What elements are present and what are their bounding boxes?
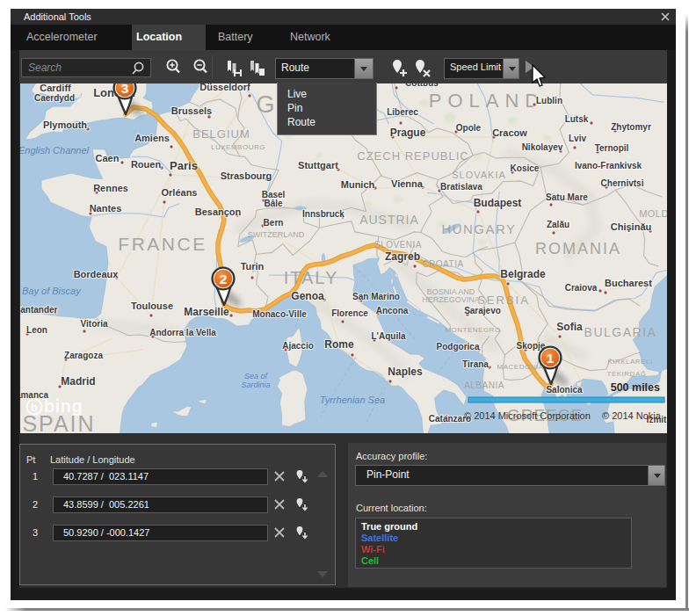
svg-text:Santander: Santander <box>20 305 58 315</box>
svg-text:CZECH REPUBLIC: CZECH REPUBLIC <box>357 149 468 163</box>
svg-text:HUNGARY: HUNGARY <box>441 221 516 236</box>
svg-text:Zalău: Zalău <box>547 220 569 229</box>
svg-text:Besançon: Besançon <box>195 207 242 217</box>
svg-text:Stuttgart: Stuttgart <box>298 160 338 170</box>
svg-text:Craiova: Craiova <box>565 283 598 293</box>
svg-text:Rome: Rome <box>324 338 354 351</box>
svg-text:Belgrade: Belgrade <box>500 268 546 280</box>
svg-text:Madrid: Madrid <box>61 375 95 388</box>
svg-text:Cardiff: Cardiff <box>40 83 71 93</box>
svg-text:English Channel: English Channel <box>20 145 90 156</box>
svg-text:Nikolayev: Nikolayev <box>522 142 563 152</box>
svg-text:Munich: Munich <box>341 179 375 190</box>
svg-text:Zaragoza: Zaragoza <box>64 351 103 360</box>
svg-text:Naples: Naples <box>388 366 423 378</box>
svg-text:Caen: Caen <box>96 153 120 163</box>
svg-text:TEKIRDAĞ: TEKIRDAĞ <box>607 370 647 378</box>
svg-text:Strasbourg: Strasbourg <box>221 170 272 181</box>
svg-text:Skopje: Skopje <box>517 341 546 351</box>
svg-text:Bern: Bern <box>264 218 284 228</box>
svg-text:SLOVAKIA: SLOVAKIA <box>452 170 506 180</box>
svg-text:Genoa: Genoa <box>291 290 324 302</box>
svg-text:San Marino: San Marino <box>352 292 400 301</box>
svg-text:Monaco-Ville: Monaco-Ville <box>252 309 307 319</box>
svg-text:Prague: Prague <box>390 127 426 139</box>
svg-text:1: 1 <box>547 351 555 366</box>
svg-text:Amiens: Amiens <box>134 133 170 143</box>
svg-text:G: G <box>256 91 274 118</box>
svg-text:FRANCE: FRANCE <box>118 234 207 254</box>
svg-text:Satu Mare: Satu Mare <box>546 192 588 202</box>
svg-text:BULGARIA: BULGARIA <box>584 325 657 339</box>
svg-text:SERBIA: SERBIA <box>477 294 530 307</box>
svg-text:Podgorica: Podgorica <box>437 342 480 351</box>
svg-text:3: 3 <box>121 83 129 96</box>
svg-text:Vienna: Vienna <box>391 178 424 189</box>
svg-text:CROATIA: CROATIA <box>422 259 463 269</box>
svg-text:Plymouth: Plymouth <box>43 120 87 130</box>
svg-text:L'Aquila: L'Aquila <box>371 331 405 341</box>
svg-text:Lublin: Lublin <box>536 96 562 105</box>
svg-text:Liberec: Liberec <box>387 107 418 117</box>
svg-text:Andorra la Vella: Andorra la Vella <box>149 328 216 337</box>
svg-text:Sofia: Sofia <box>556 321 583 333</box>
svg-text:AUSTRIA: AUSTRIA <box>359 213 419 227</box>
svg-text:Bay of Biscay: Bay of Biscay <box>22 286 82 296</box>
svg-text:Paris: Paris <box>170 159 198 172</box>
svg-text:Tyrrhenian Sea: Tyrrhenian Sea <box>320 395 385 405</box>
svg-text:ROMANIA: ROMANIA <box>535 240 621 257</box>
svg-text:ITALY: ITALY <box>284 268 339 287</box>
svg-text:Rouen: Rouen <box>131 159 162 170</box>
svg-text:Brussels: Brussels <box>171 105 212 116</box>
svg-text:Bratislava: Bratislava <box>440 182 482 192</box>
svg-text:2: 2 <box>220 272 228 286</box>
svg-text:Cracow: Cracow <box>492 127 527 138</box>
svg-text:BELGIUM: BELGIUM <box>192 127 250 141</box>
svg-text:Lutsk: Lutsk <box>565 114 589 124</box>
svg-text:Kosice: Kosice <box>511 163 540 173</box>
svg-text:Chişinău: Chişinău <box>611 221 651 232</box>
svg-text:Zhytomyr: Zhytomyr <box>611 122 651 132</box>
svg-text:Caerdydd: Caerdydd <box>34 93 75 103</box>
svg-text:MACEDONIA: MACEDONIA <box>497 363 544 371</box>
svg-text:KIRKLARELI: KIRKLARELI <box>607 358 652 366</box>
svg-text:Toulouse: Toulouse <box>131 301 173 311</box>
svg-text:Tirana: Tirana <box>462 359 489 369</box>
svg-text:Salonica: Salonica <box>546 385 583 395</box>
svg-text:Bâle: Bâle <box>264 199 283 208</box>
svg-text:Ivano-Frankivsk: Ivano-Frankivsk <box>575 161 642 170</box>
svg-text:Budapest: Budapest <box>474 197 522 209</box>
svg-text:500 miles: 500 miles <box>611 381 660 394</box>
svg-text:Sardinia: Sardinia <box>241 380 270 389</box>
svg-text:Bucharest: Bucharest <box>605 278 652 288</box>
svg-text:SWITZERLAND: SWITZERLAND <box>248 230 305 239</box>
svg-text:Sea of: Sea of <box>244 372 269 380</box>
svg-text:b: b <box>31 401 38 414</box>
svg-text:Rennes: Rennes <box>93 183 128 193</box>
svg-text:MONTENEGRO: MONTENEGRO <box>445 326 500 334</box>
svg-text:© 2014 Microsoft Corporation: © 2014 Microsoft Corporation <box>464 410 591 421</box>
svg-text:Ajaccio: Ajaccio <box>282 341 314 351</box>
svg-text:Orléans: Orléans <box>162 187 198 198</box>
svg-text:Innsbruck: Innsbruck <box>302 209 344 219</box>
svg-text:Chernivtsi: Chernivtsi <box>601 178 644 188</box>
svg-text:© 2014 Nokia: © 2014 Nokia <box>602 410 662 421</box>
svg-text:Bordeaux: Bordeaux <box>74 269 120 279</box>
svg-text:Cottbus: Cottbus <box>405 83 439 88</box>
svg-text:Lviv: Lviv <box>569 134 586 143</box>
svg-text:MOLDOVA: MOLDOVA <box>639 208 667 219</box>
svg-text:POLAND: POLAND <box>429 90 545 112</box>
svg-text:Düsseldorf: Düsseldorf <box>199 83 250 92</box>
svg-text:ALBANIA: ALBANIA <box>464 380 504 390</box>
svg-text:SLOVENIA: SLOVENIA <box>374 240 422 250</box>
svg-text:Turin: Turin <box>241 261 265 272</box>
svg-text:HERZEGOVINA: HERZEGOVINA <box>422 295 480 304</box>
svg-text:Zagreb: Zagreb <box>385 250 420 263</box>
svg-text:LUXEMBOURG: LUXEMBOURG <box>211 143 265 151</box>
svg-text:Opole: Opole <box>456 123 482 133</box>
svg-text:Ancona: Ancona <box>376 306 409 315</box>
svg-text:Nantes: Nantes <box>90 203 122 214</box>
svg-text:Florence: Florence <box>331 308 368 318</box>
svg-text:Vitoria: Vitoria <box>81 319 108 329</box>
svg-text:Ternopil: Ternopil <box>595 143 629 153</box>
